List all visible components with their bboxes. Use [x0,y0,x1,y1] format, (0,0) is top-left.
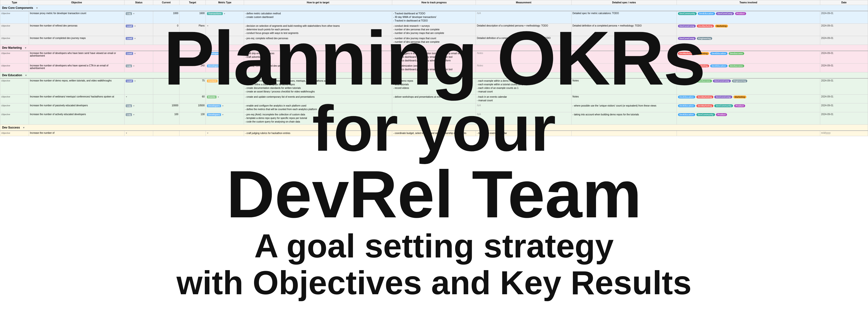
status-tag[interactable]: Lag [126,113,132,116]
date-input[interactable] [821,104,843,107]
list-item: track in an events calendar [477,132,570,135]
howto-cell: enable and configure the analytics in ea… [244,103,392,112]
dropdown-arrow[interactable]: ▼ [134,37,136,40]
metric-type-cell[interactable]: ▼ [206,131,244,136]
date-cell[interactable] [820,78,868,95]
status-tag[interactable]: Lag [126,104,132,107]
date-cell[interactable] [820,36,868,45]
status-tag[interactable]: Lead [126,37,133,40]
spec-cell: Notes [571,95,677,103]
team-tag: DevMarketing [692,64,709,67]
metric-type-cell[interactable]: Developers ▼ [206,112,244,125]
dropdown-arrow[interactable]: ▼ [207,25,209,27]
team-tag: Product [734,104,745,107]
status-cell[interactable]: Lead ▼ [125,36,153,45]
status-cell[interactable]: Lag ▼ [125,64,153,72]
metric-tag[interactable]: Developers [207,52,221,55]
dropdown-arrow[interactable]: ▼ [134,80,136,82]
target-value: 240 [201,64,205,67]
date-input[interactable] [821,64,843,67]
status-cell[interactable]: Lag ▼ [125,103,153,112]
metric-tag[interactable]: Developers [207,104,221,107]
date-input[interactable] [821,113,843,116]
team-tag: DevCoreComp [678,25,696,28]
dropdown-arrow[interactable]: ▼ [133,65,135,67]
metric-tag[interactable]: Developers [207,64,221,67]
date-input[interactable] [821,37,843,39]
teams-cell: DevCoreComp DevMarketing Marketing [677,24,820,36]
team-tag: Marketing [734,96,747,98]
date-cell[interactable] [820,112,868,125]
status-tag[interactable]: Lead [126,79,133,83]
tracking-cell: code demo reposwrite tutorialsrecord vid… [392,78,476,95]
metric-tag[interactable]: Transactions [207,12,223,15]
status-cell[interactable]: ▼ [125,95,153,103]
dropdown-arrow[interactable]: ▼ [217,96,219,98]
current-cell [153,131,180,136]
metric-tag[interactable]: Developers [207,113,221,116]
date-cell[interactable] [820,11,868,24]
metric-type-cell[interactable]: ▼ [206,36,244,45]
date-input[interactable] [821,12,843,14]
dropdown-arrow[interactable]: ▼ [222,65,224,67]
date-cell[interactable] [820,131,868,136]
metric-tag[interactable]: Content [207,79,217,83]
date-input[interactable] [821,24,843,27]
metric-type-cell[interactable]: Developers ▼ [206,64,244,72]
row-type-label: Objective [1,79,10,82]
dropdown-arrow[interactable]: ▼ [218,80,220,82]
date-input[interactable] [821,95,843,98]
dropdown-arrow[interactable]: ▼ [133,105,135,107]
date-input[interactable] [821,52,843,55]
date-cell[interactable] [820,51,868,64]
date-cell[interactable] [820,95,868,103]
section-dropdown[interactable]: ▼ [24,46,27,49]
dropdown-arrow[interactable]: ▼ [222,105,224,107]
date-cell[interactable] [820,103,868,112]
measurement-text: Detailed definition of a completed journ… [477,37,550,39]
metric-type-cell[interactable]: Developers ▼ [206,51,244,64]
status-tag[interactable]: Lead [126,52,133,55]
team-tag: Product [716,113,727,116]
status-cell[interactable]: Lag ▼ [125,112,153,125]
dropdown-arrow[interactable]: ▼ [224,13,226,15]
dropdown-arrow[interactable]: ▼ [207,37,209,39]
status-cell[interactable]: Lead ▼ [125,78,153,95]
metric-tag[interactable]: Events [207,96,217,98]
status-cell[interactable]: Lag ▼ [125,11,153,24]
dropdown-arrow[interactable]: ▼ [134,53,136,55]
list-item: coordinate budget, select events, and si… [393,132,475,135]
metric-type-cell[interactable]: ▼ [206,24,244,36]
section-dropdown[interactable]: ▼ [36,7,38,9]
list-item: craft judging rubrics for hackathon entr… [245,132,391,135]
status-cell[interactable]: Lead ▼ [125,24,153,36]
target-value: 10500 [198,104,205,107]
teams-cell: DevEducation DevCommunity Product [677,112,820,125]
col-header-measurement: Measurement [476,0,571,5]
dropdown-arrow[interactable]: ▼ [207,132,209,134]
section-dropdown[interactable]: ▼ [25,74,27,77]
howto-cell: pre-req: compete refined dev personas [244,64,392,72]
dropdown-arrow[interactable]: ▼ [125,132,127,134]
dropdown-arrow[interactable]: ▼ [125,96,127,98]
dropdown-arrow[interactable]: ▼ [133,114,135,116]
metric-type-cell[interactable]: Content ▼ [206,78,244,95]
date-input[interactable] [821,132,843,134]
dropdown-arrow[interactable]: ▼ [133,13,135,15]
dropdown-arrow[interactable]: ▼ [134,25,136,27]
date-cell[interactable] [820,24,868,36]
date-cell[interactable] [820,64,868,72]
status-tag[interactable]: Lag [126,12,132,15]
status-tag[interactable]: Lead [126,25,133,28]
spec-cell: Notes [571,78,677,95]
metric-type-cell[interactable]: Developers ▼ [206,103,244,112]
status-cell[interactable]: ▼ [125,131,153,136]
status-cell[interactable]: Lead ▼ [125,51,153,64]
metric-type-cell[interactable]: Events ▼ [206,95,244,103]
date-input[interactable] [821,79,843,82]
section-dropdown[interactable]: ▼ [23,126,25,129]
dropdown-arrow[interactable]: ▼ [222,114,224,116]
metric-type-cell[interactable]: Transactions ▼ [206,11,244,24]
dropdown-arrow[interactable]: ▼ [222,53,224,55]
status-tag[interactable]: Lag [126,64,132,67]
